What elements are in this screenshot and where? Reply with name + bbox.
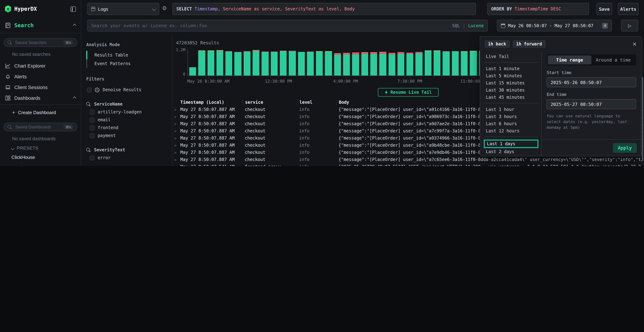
presets-toggle[interactable]: PRESETS <box>0 143 81 152</box>
search-icon[interactable] <box>86 148 91 152</box>
filter-value[interactable]: frontend <box>86 124 167 132</box>
histogram-bar[interactable] <box>334 49 341 76</box>
histogram-bar[interactable] <box>262 49 269 76</box>
histogram-bar[interactable] <box>434 49 440 76</box>
histogram-bar[interactable] <box>252 49 260 76</box>
checkbox-icon[interactable] <box>87 88 92 92</box>
histogram-bar[interactable] <box>370 49 377 76</box>
histogram-bar[interactable] <box>352 49 359 76</box>
histogram-plot[interactable] <box>188 49 486 76</box>
expand-row-icon[interactable]: > <box>172 165 178 166</box>
time-option[interactable]: Last 1 days <box>484 140 538 148</box>
table-row[interactable]: > May 27 8:50:07.887 AM checkout info {"… <box>172 156 644 163</box>
collapse-sidebar-icon[interactable] <box>70 6 76 12</box>
expand-row-icon[interactable]: > <box>172 143 178 147</box>
saved-dashboards-input[interactable]: ⌘K <box>4 123 77 131</box>
select-query-input[interactable]: SELECT Timestamp, ServiceName as service… <box>172 3 476 15</box>
time-option[interactable]: Last 2 days <box>484 148 538 155</box>
sidebar-item-alerts[interactable]: Alerts <box>0 71 81 82</box>
histogram-bar[interactable] <box>271 49 278 76</box>
histogram-bar[interactable] <box>280 49 287 76</box>
scrollbar-thumb[interactable] <box>642 77 643 161</box>
sidebar-item-chart-explorer[interactable]: Chart Explorer <box>0 60 81 71</box>
mode-results-table[interactable]: Results Table <box>86 51 167 60</box>
time-option[interactable]: Last 6 hours <box>484 120 538 127</box>
tab-time-range[interactable]: Time range <box>548 56 592 64</box>
checkbox-icon[interactable] <box>90 110 94 114</box>
histogram-bar[interactable] <box>207 49 214 76</box>
histogram-bar[interactable] <box>198 49 205 76</box>
histogram-bar[interactable] <box>424 49 432 76</box>
histogram-bar[interactable] <box>244 49 250 76</box>
histogram-bar[interactable] <box>406 49 414 76</box>
checkbox-icon[interactable] <box>90 156 94 160</box>
expand-row-icon[interactable]: > <box>172 115 178 118</box>
end-time-input[interactable]: 2025-05-27 08:50:07 <box>547 99 636 109</box>
sql-mode-toggle[interactable]: SQL <box>452 23 460 28</box>
time-option[interactable]: Last 3 hours <box>484 113 538 120</box>
source-selector[interactable]: Logs <box>87 3 159 15</box>
run-query-button[interactable]: ▷ <box>621 20 638 32</box>
sidebar-item-dashboards[interactable]: Dashboards <box>0 93 81 105</box>
checkbox-icon[interactable] <box>90 126 94 130</box>
expand-row-icon[interactable]: > <box>172 136 178 140</box>
histogram-bar[interactable] <box>443 49 450 76</box>
col-timestamp[interactable]: Timestamp (Local) <box>178 100 242 105</box>
expand-row-icon[interactable]: > <box>172 129 178 133</box>
search-icon[interactable] <box>86 102 91 106</box>
vertical-scrollbar[interactable] <box>642 38 643 166</box>
histogram-bar[interactable] <box>298 49 305 76</box>
preset-item[interactable]: Services <box>0 162 81 166</box>
order-by-input[interactable]: ORDER BY TimestampTime DESC <box>487 3 589 15</box>
checkbox-icon[interactable] <box>90 118 94 122</box>
filter-value[interactable]: artillery-loadgen <box>86 108 167 116</box>
expand-row-icon[interactable]: > <box>172 158 178 162</box>
histogram-bar[interactable] <box>388 49 395 76</box>
results-histogram[interactable]: 1.2M 0 <box>175 49 486 84</box>
histogram-bar[interactable] <box>379 49 386 76</box>
time-option[interactable]: Last 1 minute <box>484 65 538 72</box>
logo[interactable]: HyperDX <box>0 0 81 18</box>
histogram-bar[interactable] <box>289 49 296 76</box>
histogram-bar[interactable] <box>307 49 314 76</box>
histogram-bar[interactable] <box>361 49 368 76</box>
alerts-button[interactable]: Alerts <box>618 3 639 15</box>
col-level[interactable]: level <box>297 100 336 105</box>
histogram-bar[interactable] <box>325 49 332 76</box>
time-option[interactable]: Last 12 hours <box>484 127 538 137</box>
col-service[interactable]: service <box>242 100 297 105</box>
saved-searches-input[interactable]: ⌘K <box>4 38 77 47</box>
table-row[interactable]: > May 27 8:50:07.541 AM frontend-proxy i… <box>172 163 644 166</box>
mode-event-patterns[interactable]: Event Patterns <box>86 60 167 68</box>
time-option[interactable]: Last 30 minutes <box>484 86 538 94</box>
lucene-mode-toggle[interactable]: Lucene <box>468 23 484 28</box>
filter-value[interactable]: email <box>86 116 167 124</box>
histogram-bar[interactable] <box>452 49 459 76</box>
saved-searches-field[interactable] <box>15 40 51 45</box>
time-option[interactable]: Last 45 minutes <box>484 94 538 104</box>
1h-back-button[interactable]: 1h back <box>484 40 510 48</box>
histogram-bar[interactable] <box>398 49 404 76</box>
histogram-bar[interactable] <box>189 49 196 76</box>
event-search-bar[interactable]: SQL | Lucene <box>87 20 488 32</box>
save-button[interactable]: Save <box>596 3 612 15</box>
expand-row-icon[interactable]: > <box>172 150 178 154</box>
chevron-up-icon[interactable] <box>73 24 76 27</box>
expand-row-icon[interactable]: > <box>172 108 178 112</box>
checkbox-icon[interactable] <box>90 133 94 138</box>
histogram-bar[interactable] <box>226 49 232 76</box>
create-dashboard-button[interactable]: + Create Dashboard <box>0 107 81 118</box>
event-search-field[interactable] <box>91 23 449 28</box>
source-settings-gear-icon[interactable]: ⚙ <box>162 6 167 11</box>
time-option[interactable]: Last 1 hour <box>484 106 538 113</box>
preset-item[interactable]: ClickHouse <box>0 152 81 162</box>
start-time-input[interactable]: 2025-05-26 08:50:07 <box>547 77 636 87</box>
histogram-bar[interactable] <box>316 49 323 76</box>
resume-live-tail-button[interactable]: Resume Live Tail <box>378 88 439 96</box>
apply-button[interactable]: Apply <box>613 143 637 153</box>
time-option[interactable]: Last 15 minutes <box>484 80 538 86</box>
chevron-up-icon[interactable] <box>73 96 76 100</box>
expand-row-icon[interactable]: > <box>172 122 178 126</box>
tab-around-a-time[interactable]: Around a time <box>592 56 635 64</box>
filter-value[interactable]: error <box>86 154 167 162</box>
